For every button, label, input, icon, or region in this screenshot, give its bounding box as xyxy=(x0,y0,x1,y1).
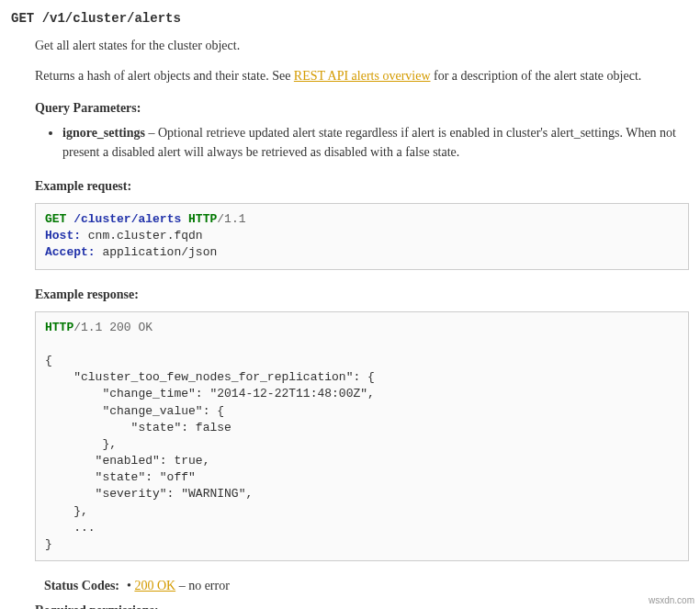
response-code-block: HTTP/1.1 200 OK { "cluster_too_few_nodes… xyxy=(35,311,689,562)
rest-api-alerts-link[interactable]: REST API alerts overview xyxy=(294,69,431,83)
query-params-list: ignore_settings – Optional retrieve upda… xyxy=(62,123,689,162)
desc2-part-b: for a description of the alert state obj… xyxy=(431,69,642,83)
example-request-label: Example request: xyxy=(35,176,689,196)
content-body: Get all alert states for the cluster obj… xyxy=(35,36,689,609)
req-path: /cluster/alerts xyxy=(73,212,181,226)
description-primary: Get all alert states for the cluster obj… xyxy=(35,36,689,55)
http-method: GET xyxy=(11,11,34,26)
request-code-block: GET /cluster/alerts HTTP/1.1 Host: cnm.c… xyxy=(35,203,689,270)
resp-body: { "cluster_too_few_nodes_for_replication… xyxy=(45,354,375,551)
req-proto: HTTP xyxy=(188,212,217,226)
accept-header: Accept: xyxy=(45,245,96,259)
permissions-row: Required permissions: view_cluster_alert… xyxy=(35,601,689,609)
description-secondary: Returns a hash of alert objects and thei… xyxy=(35,66,689,85)
req-version: /1.1 xyxy=(217,212,245,226)
watermark: wsxdn.com xyxy=(649,593,694,607)
status-codes-label: Status Codes: xyxy=(35,576,127,595)
host-header: Host: xyxy=(45,229,81,242)
query-params-label: Query Parameters: xyxy=(35,98,689,118)
desc2-part-a: Returns a hash of alert objects and thei… xyxy=(35,69,294,83)
accept-value: application/json xyxy=(96,245,218,259)
host-value: cnm.cluster.fqdn xyxy=(81,229,203,242)
param-desc: – Optional retrieve updated alert state … xyxy=(62,126,676,159)
permissions-label: Required permissions: xyxy=(35,601,689,609)
req-method: GET xyxy=(45,212,66,226)
example-response-label: Example response: xyxy=(35,285,689,304)
status-code-link[interactable]: 200 OK xyxy=(134,579,175,592)
param-name: ignore_settings xyxy=(62,126,145,140)
status-code-entry: 200 OK – no error xyxy=(127,576,689,595)
resp-status: /1.1 200 OK xyxy=(73,321,152,334)
list-item: ignore_settings – Optional retrieve upda… xyxy=(62,123,689,162)
status-codes-row: Status Codes: 200 OK – no error xyxy=(35,576,689,595)
status-code-desc: – no error xyxy=(175,579,230,592)
resp-proto: HTTP xyxy=(45,321,73,334)
endpoint-title: GET /v1/cluster/alerts xyxy=(11,9,689,28)
endpoint-path: /v1/cluster/alerts xyxy=(42,11,181,26)
